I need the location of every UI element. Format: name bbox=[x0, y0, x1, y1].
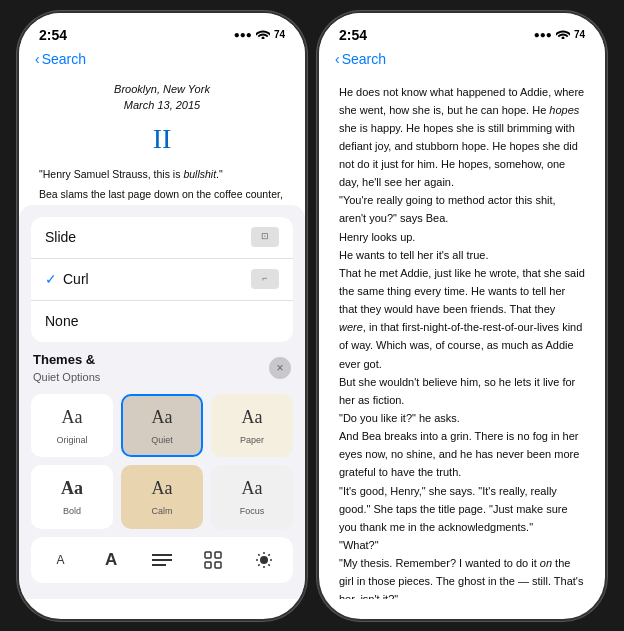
theme-calm-aa: Aa bbox=[152, 475, 173, 502]
slide-option-slide[interactable]: Slide ⊡ bbox=[31, 217, 293, 259]
themes-subtitle: Quiet Options bbox=[33, 369, 100, 386]
chapter-number: II bbox=[39, 118, 285, 160]
svg-rect-0 bbox=[152, 554, 172, 556]
font-type-button[interactable] bbox=[145, 545, 179, 575]
theme-quiet[interactable]: Aa Quiet bbox=[121, 394, 203, 458]
themes-header: Themes & Quiet Options × bbox=[31, 350, 293, 386]
theme-calm[interactable]: Aa Calm bbox=[121, 465, 203, 529]
slide-label: Slide bbox=[45, 227, 76, 248]
book-city-date-2: March 13, 2015 bbox=[39, 97, 285, 114]
svg-line-15 bbox=[258, 564, 259, 565]
back-label-right: Search bbox=[342, 51, 386, 67]
reading-text: He does not know what happened to Addie,… bbox=[339, 83, 585, 599]
slide-option-none[interactable]: None bbox=[31, 301, 293, 342]
theme-quiet-aa: Aa bbox=[152, 404, 173, 431]
themes-title: Themes & bbox=[33, 350, 100, 370]
close-button[interactable]: × bbox=[269, 357, 291, 379]
reading-content: He does not know what happened to Addie,… bbox=[319, 73, 605, 599]
themes-label: Themes & Quiet Options bbox=[33, 350, 100, 386]
curl-label: Curl bbox=[63, 269, 251, 290]
slide-options: Slide ⊡ ✓ Curl ⌐ None bbox=[31, 217, 293, 342]
svg-rect-6 bbox=[215, 562, 221, 568]
svg-rect-2 bbox=[152, 564, 166, 566]
theme-focus-aa: Aa bbox=[242, 475, 263, 502]
checkmark-icon: ✓ bbox=[45, 269, 57, 290]
font-large-button[interactable]: A bbox=[94, 545, 128, 575]
slide-icon: ⊡ bbox=[251, 227, 279, 247]
theme-focus[interactable]: Aa Focus bbox=[211, 465, 293, 529]
svg-line-12 bbox=[258, 554, 259, 555]
svg-line-14 bbox=[268, 554, 269, 555]
theme-bold[interactable]: Aa Bold bbox=[31, 465, 113, 529]
theme-original[interactable]: Aa Original bbox=[31, 394, 113, 458]
back-button-left[interactable]: ‹ Search bbox=[35, 51, 86, 67]
time-left: 2:54 bbox=[39, 27, 67, 43]
theme-focus-label: Focus bbox=[240, 505, 265, 519]
phones-container: 2:54 ●●● 74 ‹ Search Brooklyn, New York bbox=[17, 11, 607, 621]
nav-bar-right: ‹ Search bbox=[319, 49, 605, 73]
theme-quiet-label: Quiet bbox=[151, 434, 173, 448]
book-city-date-1: Brooklyn, New York bbox=[39, 81, 285, 98]
svg-rect-3 bbox=[205, 552, 211, 558]
signal-icon-right: ●●● bbox=[534, 29, 552, 40]
status-icons-right: ●●● 74 bbox=[534, 28, 585, 41]
none-label: None bbox=[45, 311, 78, 332]
themes-grid: Aa Original Aa Quiet Aa Paper Aa Bold bbox=[31, 394, 293, 529]
theme-calm-label: Calm bbox=[151, 505, 172, 519]
battery-icon-right: 74 bbox=[574, 29, 585, 40]
theme-bold-label: Bold bbox=[63, 505, 81, 519]
wifi-icon-right bbox=[556, 28, 570, 41]
curl-icon: ⌐ bbox=[251, 269, 279, 289]
back-button-right[interactable]: ‹ Search bbox=[335, 51, 386, 67]
back-chevron-icon-right: ‹ bbox=[335, 51, 340, 67]
font-small-button[interactable]: A bbox=[43, 545, 77, 575]
status-bar-left: 2:54 ●●● 74 bbox=[19, 13, 305, 49]
back-label-left: Search bbox=[42, 51, 86, 67]
book-content: Brooklyn, New York March 13, 2015 II "He… bbox=[19, 73, 305, 599]
bottom-panel: Slide ⊡ ✓ Curl ⌐ None Themes & bbox=[19, 205, 305, 599]
back-chevron-icon-left: ‹ bbox=[35, 51, 40, 67]
display-options-button[interactable] bbox=[196, 545, 230, 575]
brightness-button[interactable] bbox=[247, 545, 281, 575]
svg-rect-4 bbox=[215, 552, 221, 558]
svg-rect-5 bbox=[205, 562, 211, 568]
slide-option-curl[interactable]: ✓ Curl ⌐ bbox=[31, 259, 293, 301]
theme-bold-aa: Aa bbox=[61, 475, 83, 502]
status-icons-left: ●●● 74 bbox=[234, 28, 285, 41]
reading-toolbar: A A bbox=[31, 537, 293, 583]
theme-paper[interactable]: Aa Paper bbox=[211, 394, 293, 458]
theme-paper-label: Paper bbox=[240, 434, 264, 448]
svg-line-13 bbox=[268, 564, 269, 565]
theme-paper-aa: Aa bbox=[242, 404, 263, 431]
time-right: 2:54 bbox=[339, 27, 367, 43]
book-para-1: "Henry Samuel Strauss, this is bullshit.… bbox=[39, 166, 285, 182]
signal-icon-left: ●●● bbox=[234, 29, 252, 40]
svg-rect-1 bbox=[152, 559, 172, 561]
svg-point-7 bbox=[260, 556, 268, 564]
nav-bar-left: ‹ Search bbox=[19, 49, 305, 73]
wifi-icon-left bbox=[256, 28, 270, 41]
phone-right: 2:54 ●●● 74 ‹ Search He does not know wh… bbox=[317, 11, 607, 621]
theme-original-aa: Aa bbox=[62, 404, 83, 431]
status-bar-right: 2:54 ●●● 74 bbox=[319, 13, 605, 49]
theme-original-label: Original bbox=[56, 434, 87, 448]
book-location: Brooklyn, New York March 13, 2015 bbox=[39, 81, 285, 114]
battery-icon-left: 74 bbox=[274, 29, 285, 40]
phone-left: 2:54 ●●● 74 ‹ Search Brooklyn, New York bbox=[17, 11, 307, 621]
